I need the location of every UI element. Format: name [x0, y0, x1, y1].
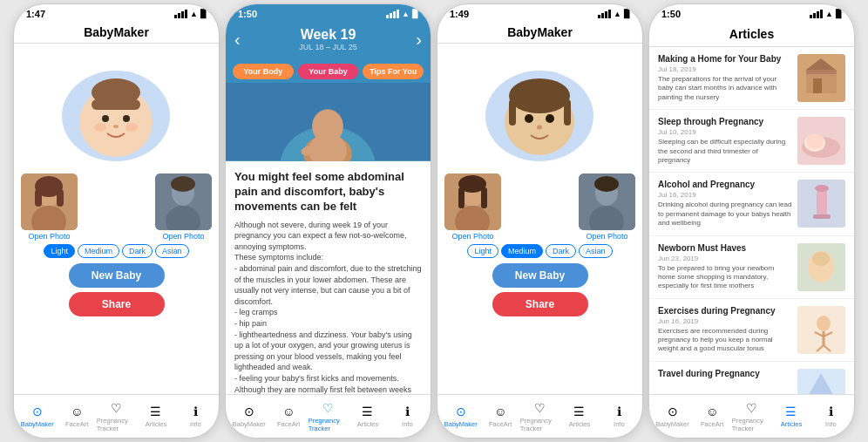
skin-btn-dark-3[interactable]: Dark — [546, 244, 576, 258]
right-photo-label[interactable]: Open Photo — [155, 232, 212, 241]
battery-icon-3: ▉ — [624, 10, 630, 18]
tracker-article-body: Although not severe, during week 19 of y… — [234, 220, 422, 394]
nav-label-articles-3: Articles — [569, 420, 591, 428]
left-photo-label[interactable]: Open Photo — [21, 232, 78, 241]
article-item-5[interactable]: Travel during Pregnancy — [649, 362, 854, 394]
nav-faceart-4[interactable]: ☺ FaceArt — [692, 405, 731, 428]
app-title-3: BabyMaker — [437, 22, 642, 44]
skin-btn-asian-3[interactable]: Asian — [579, 244, 613, 258]
svg-rect-45 — [458, 187, 465, 208]
new-baby-button-3[interactable]: New Baby — [492, 263, 588, 288]
article-thumb-5 — [797, 369, 845, 394]
article-date-2: Jul 16, 2019 — [658, 191, 792, 199]
tab-your-body[interactable]: Your Body — [233, 64, 294, 79]
nav-babymaker-1[interactable]: ⊙ BabyMaker — [17, 405, 57, 428]
baby-preview-cloud — [53, 51, 180, 168]
woman-silhouette — [21, 173, 78, 230]
tab-tips-for-you[interactable]: Tips For You — [363, 64, 424, 79]
article-item-4[interactable]: Exercises during Pregnancy Jun 16, 2019 … — [649, 299, 854, 362]
svg-point-11 — [94, 123, 106, 132]
article-thumb-2 — [797, 180, 845, 228]
prev-week-arrow[interactable]: ‹ — [234, 30, 241, 50]
nav-articles-1[interactable]: ☰ Articles — [136, 405, 175, 428]
nav-info-1[interactable]: ℹ Info — [176, 405, 215, 428]
article-item-2[interactable]: Alcohol and Pregnancy Jul 16, 2019 Drink… — [649, 173, 854, 235]
tracker-icon: ♡ — [111, 401, 122, 415]
woman-silhouette-3 — [444, 173, 501, 230]
next-week-arrow[interactable]: › — [416, 30, 422, 50]
article-item-1[interactable]: Sleep through Pregnancy Jul 10, 2019 Sle… — [649, 110, 854, 173]
battery-icon-4: ▉ — [836, 10, 842, 18]
wifi-icon-4: ▲ — [825, 10, 833, 18]
svg-rect-54 — [806, 70, 837, 74]
nav-babymaker-3[interactable]: ⊙ BabyMaker — [441, 405, 480, 428]
nav-articles-4[interactable]: ☰ Articles — [771, 405, 810, 428]
time-3: 1:49 — [450, 9, 469, 19]
nav-label-babymaker-3: BabyMaker — [444, 420, 478, 428]
nav-faceart-2[interactable]: ☺ FaceArt — [268, 405, 308, 428]
svg-point-35 — [509, 78, 570, 113]
time-4: 1:50 — [661, 9, 681, 19]
nav-info-3[interactable]: ℹ Info — [600, 405, 639, 428]
tracker-icon-4: ♡ — [746, 401, 757, 415]
article-thumb-1 — [797, 117, 845, 165]
share-button-3[interactable]: Share — [492, 292, 588, 316]
new-baby-button-1[interactable]: New Baby — [69, 263, 165, 288]
nav-articles-3[interactable]: ☰ Articles — [559, 405, 599, 428]
nav-faceart-1[interactable]: ☺ FaceArt — [57, 405, 96, 428]
right-photo-label-3[interactable]: Open Photo — [579, 232, 635, 241]
woman-photo — [21, 173, 78, 230]
nav-faceart-3[interactable]: ☺ FaceArt — [480, 405, 519, 428]
signal-icon-3 — [598, 10, 611, 18]
skin-btn-medium-3[interactable]: Medium — [501, 244, 543, 258]
home-icon-4: ⊙ — [668, 405, 678, 418]
nav-info-2[interactable]: ℹ Info — [388, 405, 427, 428]
left-photo-label-3[interactable]: Open Photo — [444, 232, 501, 241]
photos-row-1: Open Photo Open Photo — [21, 173, 212, 241]
nav-tracker-3[interactable]: ♡ Pregnancy Tracker — [520, 401, 559, 432]
time-2: 1:50 — [238, 9, 257, 19]
bottom-nav-2: ⊙ BabyMaker ☺ FaceArt ♡ Pregnancy Tracke… — [226, 394, 431, 438]
right-photo-slot: Open Photo — [155, 173, 212, 241]
nav-label-info-4: Info — [825, 420, 837, 428]
article-item-3[interactable]: Newborn Must Haves Jun 23, 2019 To be pr… — [649, 236, 854, 299]
nav-tracker-2[interactable]: ♡ Pregnancy Tracker — [309, 401, 348, 432]
skin-btn-medium[interactable]: Medium — [78, 244, 119, 258]
nursery-thumb-svg — [797, 54, 845, 102]
nav-label-tracker-3: Pregnancy Tracker — [520, 417, 559, 432]
svg-rect-37 — [564, 99, 571, 126]
article-item-0[interactable]: Making a Home for Your Baby Jul 18, 2019… — [649, 47, 854, 110]
svg-point-38 — [525, 114, 533, 123]
skin-buttons-3: Light Medium Dark Asian — [467, 244, 612, 258]
articles-list: Making a Home for Your Baby Jul 18, 2019… — [649, 47, 854, 394]
right-photo-slot-3: Open Photo — [579, 173, 635, 241]
articles-icon-2: ☰ — [362, 405, 373, 418]
nav-tracker-4[interactable]: ♡ Pregnancy Tracker — [732, 401, 771, 432]
svg-rect-61 — [817, 188, 827, 219]
nav-babymaker-2[interactable]: ⊙ BabyMaker — [229, 405, 268, 428]
pregnancy-hero-image — [226, 83, 431, 161]
article-date-0: Jul 18, 2019 — [658, 65, 792, 73]
article-desc-3: To be prepared to bring your newborn hom… — [658, 264, 792, 291]
skin-btn-asian[interactable]: Asian — [155, 244, 189, 258]
face-icon: ☺ — [71, 405, 83, 418]
alcohol-thumb-svg — [797, 180, 845, 228]
cloud-svg-3 — [477, 51, 603, 168]
tracker-headline: You might feel some abdominal pain and d… — [234, 170, 422, 214]
share-button-1[interactable]: Share — [69, 292, 165, 316]
app-title-1: BabyMaker — [14, 22, 219, 44]
article-info-2: Alcohol and Pregnancy Jul 16, 2019 Drink… — [658, 180, 792, 228]
nav-babymaker-4[interactable]: ⊙ BabyMaker — [653, 405, 692, 428]
nav-articles-2[interactable]: ☰ Articles — [348, 405, 387, 428]
tab-your-baby[interactable]: Your Baby — [298, 64, 359, 79]
nav-info-4[interactable]: ℹ Info — [811, 405, 851, 428]
week-navigation: ‹ Week 19 JUL 18 – JUL 25 › — [234, 27, 422, 51]
nav-tracker-1[interactable]: ♡ Pregnancy Tracker — [97, 401, 136, 432]
skin-btn-light-3[interactable]: Light — [467, 244, 498, 258]
svg-rect-36 — [509, 99, 516, 126]
skin-btn-light[interactable]: Light — [44, 244, 75, 258]
article-info-3: Newborn Must Haves Jun 23, 2019 To be pr… — [658, 243, 792, 291]
skin-btn-dark[interactable]: Dark — [122, 244, 153, 258]
status-bar-2: 1:50 ▲ ▉ — [226, 4, 431, 22]
article-title-5: Travel during Pregnancy — [658, 369, 792, 378]
